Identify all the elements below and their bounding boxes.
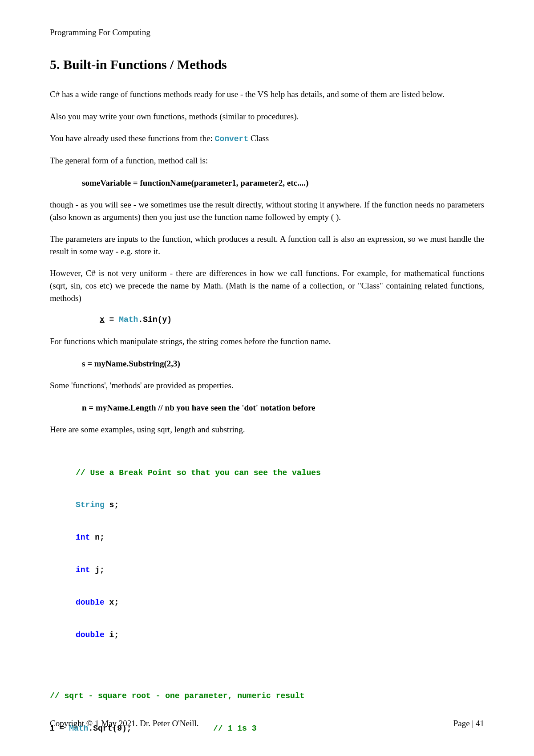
- comment: // Use a Break Point so that you can see…: [76, 468, 321, 477]
- formula-length: n = myName.Length // nb you have seen th…: [82, 402, 484, 414]
- para-general-form: The general form of a function, method c…: [50, 154, 484, 167]
- para-not-uniform: However, C# is not very uniform - there …: [50, 267, 484, 304]
- footer-copyright: Copyright © 1 May 2021. Dr. Peter O'Neil…: [50, 719, 199, 728]
- text: i;: [105, 630, 119, 639]
- text: Class: [248, 134, 269, 143]
- keyword: int: [76, 533, 90, 542]
- para-parameters: The parameters are inputs to the functio…: [50, 233, 484, 257]
- code-block-main: // sqrt - square root - one parameter, n…: [50, 669, 484, 756]
- formula-function-call: someVariable = functionName(parameter1, …: [82, 177, 484, 189]
- formula-substring: s = myName.Substring(2,3): [82, 358, 484, 370]
- footer-page-number: Page | 41: [453, 719, 484, 728]
- para-examples: Here are some examples, using sqrt, leng…: [50, 423, 484, 436]
- para-strings: For functions which manipulate strings, …: [50, 335, 484, 348]
- text: =: [105, 315, 119, 324]
- para-intro: C# has a wide range of functions methods…: [50, 88, 484, 101]
- para-properties: Some 'functions', 'methods' are provided…: [50, 379, 484, 392]
- var-x: x: [100, 315, 105, 324]
- page-header: Programming For Computing: [50, 28, 484, 37]
- text: s;: [105, 500, 119, 509]
- para-though: though - as you will see - we sometimes …: [50, 199, 484, 223]
- comment: // sqrt - square root - one parameter, n…: [50, 691, 305, 700]
- code-math-sin: x = Math.Sin(y): [100, 314, 484, 325]
- text: j;: [90, 565, 104, 574]
- convert-class: Convert: [215, 134, 249, 143]
- para-own-functions: Also you may write your own functions, m…: [50, 110, 484, 123]
- section-title: 5. Built-in Functions / Methods: [50, 57, 484, 72]
- text: .Sin(y): [138, 315, 172, 324]
- code-block-declarations: // Use a Break Point so that you can see…: [76, 446, 484, 662]
- keyword: double: [76, 630, 105, 639]
- text: x;: [105, 598, 119, 607]
- keyword: String: [76, 500, 105, 509]
- text: n;: [90, 533, 104, 542]
- text: You have already used these functions fr…: [50, 134, 215, 143]
- keyword: double: [76, 598, 105, 607]
- keyword: int: [76, 565, 90, 574]
- para-convert: You have already used these functions fr…: [50, 132, 484, 145]
- math-class: Math: [119, 315, 138, 324]
